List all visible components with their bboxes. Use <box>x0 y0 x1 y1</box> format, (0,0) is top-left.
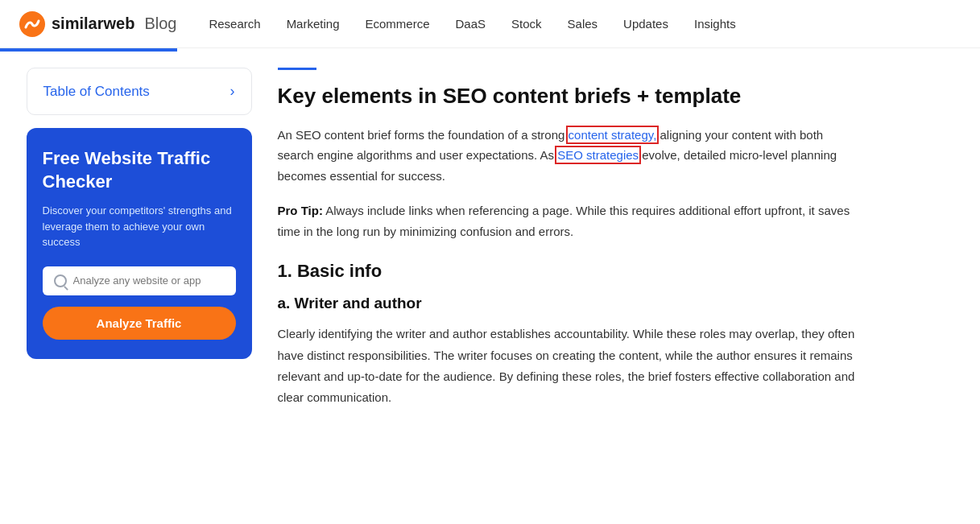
pro-tip-text: Always include links when referencing a … <box>278 204 850 238</box>
nav-insights[interactable]: Insights <box>694 17 736 31</box>
page-layout: Table of Contents › Free Website Traffic… <box>7 52 974 424</box>
article-title: Key elements in SEO content briefs + tem… <box>278 83 858 110</box>
seo-strategies-link[interactable]: SEO strategies <box>557 148 639 162</box>
sidebar: Table of Contents › Free Website Traffic… <box>27 68 252 408</box>
content-strategy-link[interactable]: content strategy, <box>569 128 657 142</box>
cta-description: Discover your competitors' strengths and… <box>43 203 236 250</box>
logo-text: similarweb <box>52 14 134 33</box>
main-nav: Research Marketing Ecommerce DaaS Stock … <box>209 17 735 31</box>
nav-marketing[interactable]: Marketing <box>287 17 340 31</box>
nav-sales[interactable]: Sales <box>568 17 598 31</box>
nav-research[interactable]: Research <box>209 17 260 31</box>
search-icon <box>54 274 67 287</box>
similarweb-logo-icon <box>19 11 45 37</box>
article-content: Key elements in SEO content briefs + tem… <box>278 68 858 408</box>
pro-tip: Pro Tip: Always include links when refer… <box>278 200 858 241</box>
section-divider <box>278 68 316 70</box>
website-search-input[interactable] <box>73 274 225 287</box>
toc-arrow-icon: › <box>230 83 235 100</box>
cta-input-wrapper <box>43 266 236 295</box>
table-of-contents[interactable]: Table of Contents › <box>27 68 252 115</box>
nav-updates[interactable]: Updates <box>623 17 668 31</box>
header: similarweb Blog Research Marketing Ecomm… <box>0 0 980 48</box>
logo-blog-text: Blog <box>144 14 176 33</box>
nav-ecommerce[interactable]: Ecommerce <box>365 17 429 31</box>
nav-daas[interactable]: DaaS <box>456 17 486 31</box>
cta-title: Free Website Traffic Checker <box>43 147 236 193</box>
section-1a-body: Clearly identifying the writer and autho… <box>278 324 858 408</box>
section-1-heading: 1. Basic info <box>278 261 858 282</box>
logo[interactable]: similarweb Blog <box>19 11 176 37</box>
nav-stock[interactable]: Stock <box>511 17 542 31</box>
article-intro: An SEO content brief forms the foundatio… <box>278 125 858 187</box>
pro-tip-label: Pro Tip: <box>278 204 323 217</box>
cta-widget: Free Website Traffic Checker Discover yo… <box>27 128 252 359</box>
toc-title: Table of Contents <box>43 84 150 100</box>
section-1a-heading: a. Writer and author <box>278 295 858 312</box>
analyze-traffic-button[interactable]: Analyze Traffic <box>43 307 236 340</box>
